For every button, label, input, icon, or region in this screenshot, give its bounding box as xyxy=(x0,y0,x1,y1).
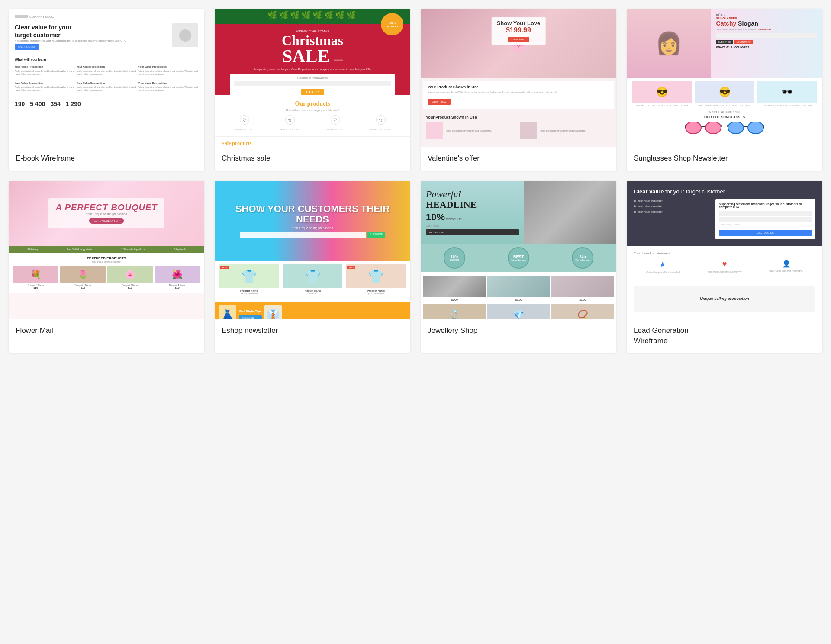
val-show-love: Show Your Love xyxy=(497,20,541,26)
val-cta-btn[interactable]: Order Today xyxy=(428,99,451,105)
val-section2-title: Your Product Shown in Use xyxy=(426,115,611,119)
xmas-title-main: Christmas xyxy=(222,33,403,47)
sun-email-input[interactable] xyxy=(716,33,817,38)
eshop-bottom-img: 👗 xyxy=(219,305,236,319)
val-section-1: Your Product Shown in Use A few words ab… xyxy=(423,80,614,109)
jewel-products-grid: $100 $100 $100 💍 💎 📿 xyxy=(421,272,616,319)
eshop-search-input[interactable] xyxy=(240,232,366,238)
sun-brand: SUNGLASSES xyxy=(716,17,817,20)
svg-rect-11 xyxy=(744,126,748,127)
jewel-prod-2: $100 xyxy=(487,276,550,302)
sun-trio-img-3: 🕶️ xyxy=(757,81,817,103)
flower-prod-img-3: 🌸 xyxy=(107,266,153,283)
lead-trust-icon-2: ♥ xyxy=(696,260,754,269)
jewel-badge-2: BEST Your selling prop. xyxy=(508,247,529,269)
card-eshop[interactable]: SHOW YOUR CUSTOMERS THEIR NEEDS Your uni… xyxy=(215,181,410,353)
sun-learn-btn[interactable]: LEARN MORE xyxy=(734,40,753,44)
eshop-prod-price-2: $65.00 xyxy=(283,292,343,295)
val-section1-title: Your Product Shown in Use xyxy=(428,85,609,89)
ebook-grid-top: Your Value PropositionAdd a description … xyxy=(15,65,198,75)
val-price: $199.99 xyxy=(497,26,541,34)
jewel-prod-4: 💍 xyxy=(423,304,486,319)
jewel-badges-row: 10% DISCOUNT BEST Your selling prop. 24h… xyxy=(421,244,616,272)
jewel-cta-btn[interactable]: GET DISCOUNT xyxy=(426,229,519,235)
xmas-sale-title: Sale products xyxy=(222,140,403,147)
xmas-top: 🌿🌿🌿🌿🌿🌿🌿🌿 -10% ALL ITEMS MERRY CHRISTMAS … xyxy=(215,9,410,95)
card-valentine-label: Valentine's offer xyxy=(421,147,616,171)
lead-trust-3: 👤 What makes your offer trustworthy? xyxy=(757,260,815,274)
flower-preview: A PERFECT BOUQUET Your unique selling pr… xyxy=(9,181,204,319)
card-flower[interactable]: A PERFECT BOUQUET Your unique selling pr… xyxy=(9,181,204,353)
lead-input-1[interactable] xyxy=(719,211,812,216)
eshop-title: SHOW YOUR CUSTOMERS THEIR NEEDS xyxy=(222,204,403,225)
lead-dot-2 xyxy=(634,205,636,207)
val-section1-sub: A few words about your Product/Offer. Fo… xyxy=(428,91,609,94)
jewel-badge-3: 24h Your selling prop. xyxy=(572,247,593,269)
flower-featured-section: FEATURED PRODUCTS Your unique selling pr… xyxy=(9,253,204,293)
card-lead[interactable]: Clear value for your target customer You… xyxy=(627,181,822,353)
lead-form-btn[interactable]: CALL TO ACTION xyxy=(719,230,812,236)
card-christmas[interactable]: 🌿🌿🌿🌿🌿🌿🌿🌿 -10% ALL ITEMS MERRY CHRISTMAS … xyxy=(215,9,410,171)
flower-prod-2: 🌷 Bouquet 2 Name $19 xyxy=(60,266,106,289)
card-ebook[interactable]: COMPANY LOGO Clear value for your target… xyxy=(9,9,204,171)
ebook-stat-2: 5 400 xyxy=(30,100,45,107)
ebook-cta-btn[interactable]: CALL TO ACTION xyxy=(15,44,39,50)
ebook-cell-3: Your Value PropositionAdd a description … xyxy=(138,65,198,75)
eshop-subscribe-btn[interactable]: SUBSCRIBE xyxy=(367,232,385,238)
eshop-bottom: 👗 Get Style Tips SUBSCRIBE 👔 xyxy=(215,302,410,319)
card-christmas-label: Christmas sale xyxy=(215,147,410,171)
eshop-content: SHOW YOUR CUSTOMERS THEIR NEEDS Your uni… xyxy=(215,181,410,261)
lead-trust-title: Trust boosting elements xyxy=(634,251,815,255)
ebook-stats: 190 5 400 354 1 290 xyxy=(15,100,198,107)
template-grid: COMPANY LOGO Clear value for your target… xyxy=(9,9,822,353)
jewel-prod-img-3 xyxy=(551,276,614,297)
lead-hero: Clear value for your target customer You… xyxy=(627,181,822,246)
xmas-pickup-btn[interactable]: PICK UP xyxy=(301,89,324,95)
ebook-stat-3: 354 xyxy=(50,100,60,107)
xmas-icons-row: ♡ ☆ ♡ ☆ xyxy=(222,115,403,125)
lead-input-2[interactable] xyxy=(719,217,812,222)
card-ebook-label: E-book Wireframe xyxy=(9,147,204,171)
ebook-section-title: What will you learn xyxy=(15,58,198,61)
jewel-badge-1: 10% DISCOUNT xyxy=(444,247,465,269)
flower-subtitle: Your unique selling proposition xyxy=(55,213,157,216)
eshop-prod-row: 👕 SALE Product Name $80.00 $100.00 👕 Pro… xyxy=(219,264,406,295)
ebook-logo-text: COMPANY LOGO xyxy=(29,15,54,18)
sun-hero-content: BÜR & SUNGLASSES Catchy Slogan Subscribe… xyxy=(711,9,822,78)
jewel-prod-img-6: 📿 xyxy=(551,304,614,319)
val-section-2: Your Product Shown in Use Add a descript… xyxy=(421,112,616,143)
lead-trust-icon-1: ★ xyxy=(634,260,692,269)
jewel-headline: Powerful HEADLINE xyxy=(426,189,519,210)
val-prod-img-2 xyxy=(520,122,537,139)
sun-price-label: IN SPECIAL $69 PRICE xyxy=(632,110,817,113)
card-valentine[interactable]: 🌸 Show Your Love $199.99 Order Today You… xyxy=(421,9,616,171)
lead-bottom: Unique selling proposition xyxy=(627,282,822,317)
eshop-prod-img-3: 👕 SALE xyxy=(346,264,406,288)
lead-form-box: Supporting statement that encourages you… xyxy=(715,199,815,239)
flower-prod-1: 💐 Bouquet 1 Name $19 xyxy=(13,266,58,289)
sun-bottom: 😎 ONE PAIR OF SUNGLASSES DEDICATED FOR H… xyxy=(627,78,822,141)
flower-featured-sub: Your unique selling proposition xyxy=(13,261,200,263)
card-sunglasses[interactable]: 👩 BÜR & SUNGLASSES Catchy Slogan Subscri… xyxy=(627,9,822,171)
jewel-hero-right xyxy=(524,181,616,244)
ebook-cell-4: Your Value PropositionAdd a description … xyxy=(15,81,75,92)
flower-main-title: A PERFECT BOUQUET xyxy=(55,203,157,213)
sun-subscribe-btn[interactable]: SUBSCRIBE xyxy=(716,40,733,44)
lead-content: Your value proposition Your value propos… xyxy=(634,199,815,239)
val-order-btn[interactable]: Order Today xyxy=(508,37,529,42)
ebook-grid-bottom: Your Value PropositionAdd a description … xyxy=(15,81,198,92)
flower-prod-3: 🌸 Bouquet 3 Name $19 xyxy=(107,266,153,289)
sun-trio-3: 🕶️ ONE PAIR OF SUNGLASSES SUMMER EDITION xyxy=(757,81,817,107)
xmas-coupon-field xyxy=(234,80,391,86)
xmas-products-title: Our products xyxy=(222,100,403,107)
flower-prod-img-4: 🌺 xyxy=(155,266,200,283)
ebook-cell-6: Your Value PropositionAdd a description … xyxy=(138,81,198,92)
card-jewellery[interactable]: Powerful HEADLINE 10% DISCOUNT Get it to… xyxy=(421,181,616,353)
sun-hot-title: OUR HOT SUNGLASSES xyxy=(632,115,817,119)
lead-trust-1: ★ What makes your offer trustworthy? xyxy=(634,260,692,274)
card-jewellery-label: Jewellery Shop xyxy=(421,319,616,343)
flower-badges-bar: 3d delivery Over 50 000 happy clients 1 … xyxy=(9,246,204,253)
xmas-products-section: Our products How will our products chang… xyxy=(215,95,410,136)
eshop-bottom-subscribe-btn[interactable]: SUBSCRIBE xyxy=(239,315,262,319)
flower-cta-btn[interactable]: GET UNIQUE OFFER xyxy=(89,218,123,224)
